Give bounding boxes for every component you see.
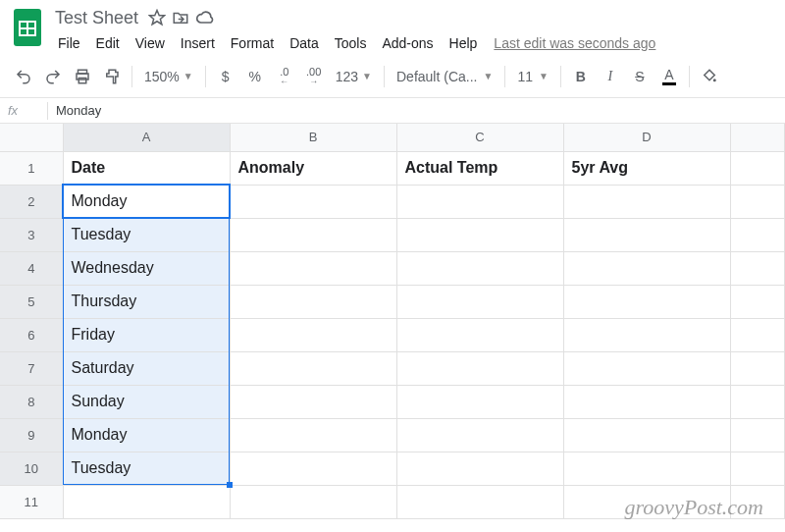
- menu-addons[interactable]: Add-ons: [375, 32, 440, 54]
- cell[interactable]: [563, 185, 730, 218]
- redo-button[interactable]: [39, 63, 67, 90]
- row-header[interactable]: 9: [0, 418, 63, 452]
- cell-a6[interactable]: Friday: [63, 318, 230, 351]
- row-header[interactable]: 5: [0, 285, 63, 318]
- menu-tools[interactable]: Tools: [328, 32, 374, 54]
- cell[interactable]: [563, 285, 730, 318]
- formula-input[interactable]: Monday: [56, 103, 777, 118]
- cell[interactable]: [396, 285, 563, 318]
- bold-button[interactable]: B: [567, 63, 595, 90]
- sheets-logo[interactable]: [10, 6, 45, 49]
- col-header-b[interactable]: B: [230, 124, 396, 151]
- cell[interactable]: [563, 385, 730, 418]
- cell[interactable]: [396, 485, 563, 518]
- cell[interactable]: [396, 418, 563, 452]
- cell-a9[interactable]: Monday: [63, 418, 230, 452]
- font-select[interactable]: Default (Ca...▼: [391, 69, 498, 84]
- cell[interactable]: [563, 318, 730, 351]
- cell-d1[interactable]: 5yr Avg: [563, 151, 730, 185]
- cell-a1[interactable]: Date: [63, 151, 230, 185]
- menu-format[interactable]: Format: [224, 32, 281, 54]
- cell[interactable]: [230, 318, 396, 351]
- last-edit-link[interactable]: Last edit was seconds ago: [494, 35, 655, 51]
- cell[interactable]: [396, 218, 563, 251]
- col-header-a[interactable]: A: [63, 124, 230, 151]
- star-icon[interactable]: [148, 9, 166, 27]
- currency-button[interactable]: $: [212, 63, 239, 90]
- select-all-corner[interactable]: [0, 124, 63, 151]
- cell[interactable]: [230, 452, 396, 485]
- cell[interactable]: [396, 385, 563, 418]
- cell-a7[interactable]: Saturday: [63, 351, 230, 385]
- cell-a3[interactable]: Tuesday: [63, 218, 230, 251]
- paint-format-button[interactable]: [98, 63, 126, 90]
- row-header[interactable]: 11: [0, 485, 63, 518]
- cell[interactable]: [63, 485, 230, 518]
- menu-file[interactable]: File: [51, 32, 87, 54]
- cell-a5[interactable]: Thursday: [63, 285, 230, 318]
- row-header[interactable]: 7: [0, 351, 63, 385]
- cloud-status-icon[interactable]: [195, 9, 215, 27]
- col-header-c[interactable]: C: [396, 124, 563, 151]
- cell[interactable]: [396, 452, 563, 485]
- cell-a8[interactable]: Sunday: [63, 385, 230, 418]
- cell[interactable]: [230, 351, 396, 385]
- cell-a10[interactable]: Tuesday: [63, 452, 230, 485]
- row-header[interactable]: 4: [0, 251, 63, 285]
- menu-data[interactable]: Data: [283, 32, 326, 54]
- decrease-decimal-button[interactable]: .0←: [271, 63, 298, 90]
- cell[interactable]: [230, 485, 396, 518]
- cell[interactable]: [230, 185, 396, 218]
- cell-b1[interactable]: Anomaly: [230, 151, 396, 185]
- cell[interactable]: [730, 151, 785, 185]
- col-header-d[interactable]: D: [563, 124, 730, 151]
- cell[interactable]: [730, 418, 785, 452]
- percent-button[interactable]: %: [241, 63, 269, 90]
- document-title[interactable]: Test Sheet: [51, 6, 142, 30]
- row-header[interactable]: 6: [0, 318, 63, 351]
- cell[interactable]: [396, 185, 563, 218]
- menu-view[interactable]: View: [129, 32, 172, 54]
- increase-decimal-button[interactable]: .00→: [300, 63, 328, 90]
- print-button[interactable]: [69, 63, 96, 90]
- cell[interactable]: [396, 318, 563, 351]
- cell[interactable]: [563, 351, 730, 385]
- cell[interactable]: [730, 185, 785, 218]
- fill-color-button[interactable]: [696, 63, 723, 90]
- cell-a2[interactable]: Monday: [63, 185, 230, 218]
- cell[interactable]: [230, 251, 396, 285]
- cell[interactable]: [396, 251, 563, 285]
- cell[interactable]: [230, 385, 396, 418]
- undo-button[interactable]: [10, 63, 37, 90]
- cell[interactable]: [230, 418, 396, 452]
- cell[interactable]: [230, 285, 396, 318]
- cell[interactable]: [563, 418, 730, 452]
- cell-c1[interactable]: Actual Temp: [396, 151, 563, 185]
- zoom-select[interactable]: 150%▼: [138, 69, 199, 84]
- cell[interactable]: [396, 351, 563, 385]
- cell[interactable]: [730, 318, 785, 351]
- menu-help[interactable]: Help: [443, 32, 485, 54]
- cell[interactable]: [730, 218, 785, 251]
- cell[interactable]: [730, 385, 785, 418]
- row-header[interactable]: 2: [0, 185, 63, 218]
- cell[interactable]: [563, 218, 730, 251]
- text-color-button[interactable]: A: [655, 63, 683, 90]
- italic-button[interactable]: I: [597, 63, 624, 90]
- row-header[interactable]: 10: [0, 452, 63, 485]
- move-icon[interactable]: [172, 9, 189, 27]
- cell-a4[interactable]: Wednesday: [63, 251, 230, 285]
- cell[interactable]: [730, 285, 785, 318]
- menu-edit[interactable]: Edit: [89, 32, 127, 54]
- number-format-select[interactable]: 123▼: [330, 69, 378, 84]
- cell[interactable]: [563, 251, 730, 285]
- strikethrough-button[interactable]: S: [626, 63, 654, 90]
- row-header[interactable]: 1: [0, 151, 63, 185]
- row-header[interactable]: 8: [0, 385, 63, 418]
- cell[interactable]: [730, 351, 785, 385]
- col-header-extra[interactable]: [730, 124, 785, 151]
- cell[interactable]: [730, 452, 785, 485]
- row-header[interactable]: 3: [0, 218, 63, 251]
- cell[interactable]: [563, 452, 730, 485]
- cell[interactable]: [730, 251, 785, 285]
